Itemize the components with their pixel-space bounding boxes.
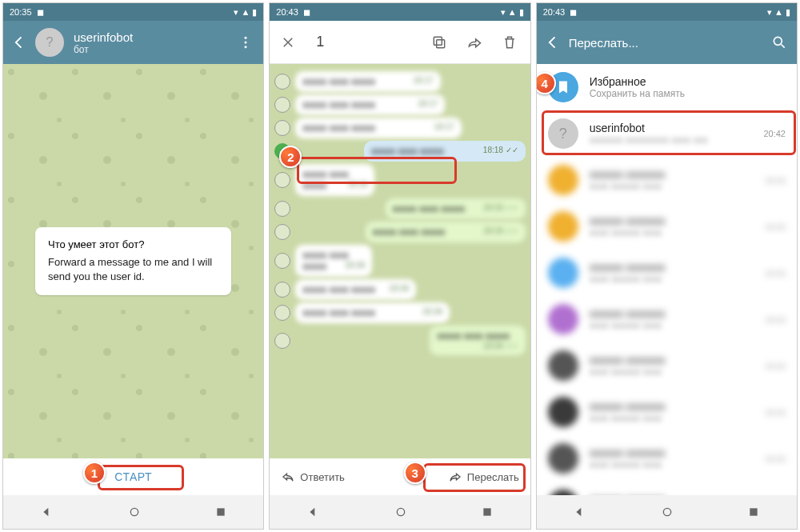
chat-body: Что умеет этот бот? Forward a message to… — [3, 64, 263, 458]
status-icons: ▾ ▲ ▮ — [501, 7, 524, 18]
callout-badge-1: 1 — [83, 462, 106, 484]
callout-badge-3: 3 — [404, 462, 426, 484]
select-checkbox[interactable] — [274, 305, 290, 321]
message-row[interactable]: xxxxx xxxx xxxxx18:17 — [274, 94, 525, 115]
chat-item[interactable]: xxxxxx xxxxxxxxxxx xxxxxx xxxxxx:xx — [537, 296, 797, 342]
back-icon[interactable] — [11, 34, 26, 50]
message-bubble[interactable]: xxxxx xxxx xxxxx18:17 — [295, 71, 440, 92]
start-bar: СТАРТ — [3, 458, 263, 495]
svg-point-10 — [664, 508, 671, 515]
bot-info-card: Что умеет этот бот? Forward a message to… — [35, 227, 231, 294]
svg-point-2 — [245, 46, 247, 48]
nav-recent-icon[interactable] — [482, 506, 493, 518]
chat-item[interactable]: xxxxxx xxxxxxxxxxx xxxxxx xxxxxx:xx — [537, 250, 797, 296]
chat-item[interactable]: xxxxxx xxxxxxxxxxx xxxxxx xxxxxx:xx — [537, 389, 797, 435]
message-row[interactable]: ✓xxxxx xxxx xxxxx18:18 ✓✓ — [274, 141, 525, 162]
screen-3-forward-to: 20:43 ◼ ▾ ▲ ▮ Переслать... Избранное Сох… — [536, 2, 798, 530]
status-bar: 20:43 ◼ ▾ ▲ ▮ — [270, 3, 530, 21]
message-bubble[interactable]: xxxxx xxxx xxxxx18:19 ✓✓ — [386, 198, 526, 219]
message-bubble[interactable]: xxxxx xxxx xxxxx18:34 — [295, 302, 450, 323]
message-bubble[interactable]: xxxxx xxxx xxxxx18:17 — [295, 94, 445, 115]
svg-point-9 — [774, 37, 782, 45]
select-checkbox[interactable] — [274, 74, 290, 90]
chat-item-userinfobot[interactable]: ? userinfobot xxxxxxx xxxxxxxxx xxxx xxx… — [537, 110, 797, 157]
message-row[interactable]: xxxxx xxxx xxxxx18:34 — [274, 302, 525, 323]
message-row[interactable]: xxxxx xxxx xxxxx18:19 ✓✓ — [274, 222, 525, 242]
svg-rect-11 — [750, 508, 758, 515]
android-nav — [270, 495, 530, 529]
nav-back-icon[interactable] — [41, 506, 54, 518]
svg-point-7 — [397, 508, 404, 515]
svg-rect-4 — [217, 508, 224, 515]
start-button[interactable]: СТАРТ — [114, 470, 152, 483]
message-row[interactable]: xxxxx xxxx xxxxx18:34 — [274, 245, 525, 277]
chat-header: ? userinfobot бот — [3, 21, 263, 64]
search-icon[interactable] — [771, 34, 789, 50]
nav-home-icon[interactable] — [394, 506, 407, 518]
selection-count: 1 — [316, 34, 413, 50]
message-row[interactable]: xxxxx xxxx xxxxx18:17 — [274, 71, 525, 92]
status-icons: ▾ ▲ ▮ — [234, 7, 257, 18]
message-row[interactable]: xxxxx xxxx xxxxx18:19 ✓✓ — [274, 198, 525, 219]
message-bubble[interactable]: xxxxx xxxx xxxxx18:34 — [295, 279, 416, 300]
saved-messages-item[interactable]: Избранное Сохранить на память — [537, 64, 797, 110]
message-bubble[interactable]: xxxxx xxxx xxxxx18:18 — [295, 164, 374, 196]
status-bar: 20:43 ◼ ▾ ▲ ▮ — [537, 3, 797, 21]
reply-button[interactable]: Ответить — [281, 470, 345, 484]
copy-icon[interactable] — [431, 34, 449, 50]
delete-icon[interactable] — [502, 34, 519, 50]
chat-item[interactable]: xxxxxx xxxxxxxxxxx xxxxxx xxxxxx:xx — [537, 435, 797, 482]
select-checkbox[interactable] — [274, 97, 290, 113]
forward-icon[interactable] — [466, 34, 484, 50]
nav-recent-icon[interactable] — [748, 506, 759, 518]
bot-info-text: Forward a message to me and I will send … — [48, 255, 218, 283]
message-row[interactable]: xxxxx xxxx xxxxx18:34 ✓✓ — [274, 326, 525, 355]
message-bubble[interactable]: xxxxx xxxx xxxxx18:19 ✓✓ — [366, 222, 526, 242]
status-time: 20:43 — [276, 7, 298, 17]
chat-item[interactable]: xxxxxx xxxxxxxxxxx xxxxxx xxxxxx:xx — [537, 342, 797, 389]
nav-recent-icon[interactable] — [215, 506, 226, 518]
message-bubble[interactable]: xxxxx xxxx xxxxx18:17 — [295, 118, 461, 138]
chat-item[interactable]: xxxxxx xxxxxxxxxxx xxxxxx xxxxxx:xx — [537, 203, 797, 250]
message-bubble[interactable]: xxxxx xxxx xxxxx18:34 ✓✓ — [430, 326, 525, 355]
android-nav — [537, 495, 797, 529]
back-icon[interactable] — [545, 34, 559, 50]
message-row[interactable]: xxxxx xxxx xxxxx18:17 — [274, 118, 525, 138]
selection-header: 1 — [270, 21, 530, 64]
select-checkbox[interactable] — [274, 201, 290, 217]
nav-back-icon[interactable] — [574, 506, 586, 518]
select-checkbox[interactable] — [274, 120, 290, 136]
forward-title: Переслать... — [569, 36, 762, 50]
forward-header: Переслать... — [537, 21, 797, 64]
svg-rect-6 — [434, 37, 442, 45]
svg-point-0 — [245, 37, 247, 39]
status-time: 20:43 — [543, 7, 566, 17]
close-icon[interactable] — [281, 35, 298, 50]
select-checkbox[interactable] — [274, 282, 290, 298]
more-icon[interactable] — [238, 34, 255, 50]
forward-button[interactable]: Переслать — [448, 470, 519, 484]
chat-subtitle: бот — [74, 44, 228, 55]
svg-rect-5 — [436, 39, 444, 47]
select-checkbox[interactable] — [274, 253, 290, 269]
select-checkbox[interactable] — [274, 224, 290, 240]
message-action-bar: Ответить Переслать — [270, 458, 530, 495]
status-icons: ▾ ▲ ▮ — [767, 7, 790, 18]
nav-home-icon[interactable] — [128, 506, 141, 518]
chat-title-block[interactable]: userinfobot бот — [74, 30, 228, 55]
message-bubble[interactable]: xxxxx xxxx xxxxx18:18 ✓✓ — [364, 141, 526, 162]
message-row[interactable]: xxxxx xxxx xxxxx18:18 — [274, 164, 525, 196]
message-bubble[interactable]: xxxxx xxxx xxxxx18:34 — [295, 245, 372, 277]
avatar[interactable]: ? — [35, 28, 64, 57]
nav-home-icon[interactable] — [661, 506, 674, 518]
select-checkbox[interactable] — [274, 333, 290, 349]
chat-body: xxxxx xxxx xxxxx18:17xxxxx xxxx xxxxx18:… — [270, 64, 530, 458]
android-nav — [3, 495, 263, 529]
select-checkbox[interactable] — [274, 172, 290, 188]
status-time: 20:35 — [10, 7, 32, 17]
message-row[interactable]: xxxxx xxxx xxxxx18:34 — [274, 279, 525, 300]
svg-point-1 — [245, 42, 247, 44]
chat-item[interactable]: xxxxxx xxxxxxxxxxx xxxxxx xxxxxx:xx — [537, 157, 797, 203]
nav-back-icon[interactable] — [307, 506, 320, 518]
chat-item[interactable]: xxxxxx xxxxxxxxxxx xxxxxx xxxxxx:xx — [537, 482, 797, 495]
